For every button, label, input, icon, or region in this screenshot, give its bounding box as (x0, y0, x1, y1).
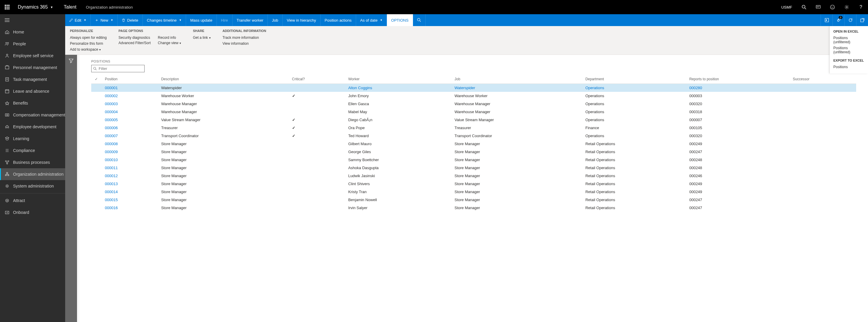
position-link[interactable]: 000009 (105, 150, 118, 154)
row-checkbox[interactable] (91, 140, 101, 148)
flyout-open-item[interactable]: Positions (unfiltered) (833, 45, 864, 55)
table-row[interactable]: 000015Store ManagerBenjamin NowellStore … (91, 196, 856, 204)
personalize-form-link[interactable]: Personalize this form (70, 41, 107, 45)
column-worker[interactable]: Worker (344, 75, 451, 84)
table-row[interactable]: 000011Store ManagerAshoka DasguptaStore … (91, 164, 856, 172)
table-row[interactable]: 000006Treasurer✓Ora PopeTreasurerFinance… (91, 124, 856, 132)
position-link[interactable]: 000014 (105, 190, 118, 194)
nav-item-sys[interactable]: System administration (0, 180, 65, 192)
position-link[interactable]: 000003 (105, 102, 118, 106)
always-open-link[interactable]: Always open for editing (70, 36, 107, 40)
table-row[interactable]: 000016Store ManagerIrvin SalyerStore Man… (91, 204, 856, 212)
column-critical[interactable]: Critical? (288, 75, 345, 84)
column-reports[interactable]: Reports to position (686, 75, 789, 84)
flyout-open-item[interactable]: Positions (unfiltered) (833, 35, 864, 45)
messages-icon[interactable] (811, 0, 825, 14)
position-link[interactable]: 000004 (105, 109, 118, 114)
nav-item-people[interactable]: People (0, 38, 65, 50)
row-checkbox[interactable] (91, 204, 101, 212)
edit-button[interactable]: Edit ▼ (65, 14, 91, 26)
help-icon[interactable]: ? (854, 0, 868, 14)
app-launcher-button[interactable] (0, 0, 14, 14)
refresh-button[interactable] (844, 14, 856, 26)
nav-item-pm[interactable]: Personnel management (0, 62, 65, 73)
table-row[interactable]: 000001WaterspiderAlton CogginsWaterspide… (91, 84, 856, 92)
nav-item-org[interactable]: Organization administration (0, 168, 65, 180)
mass-update-button[interactable]: Mass update (186, 14, 217, 26)
nav-item-dev[interactable]: Employee development (0, 121, 65, 133)
position-actions-button[interactable]: Position actions (320, 14, 356, 26)
position-link[interactable]: 000010 (105, 158, 118, 162)
position-link[interactable]: 000008 (105, 141, 118, 146)
nav-item-ess[interactable]: Employee self service (0, 50, 65, 62)
popout-button[interactable] (856, 14, 868, 26)
column-position[interactable]: Position (101, 75, 158, 84)
position-link[interactable]: 000001 (105, 86, 118, 90)
record-info-link[interactable]: Record info (158, 36, 181, 40)
nav-item-compl[interactable]: Compliance (0, 144, 65, 156)
nav-item-benefits[interactable]: Benefits (0, 97, 65, 109)
column-description[interactable]: Description (158, 75, 288, 84)
table-row[interactable]: 000012Store ManagerLudwik JasinskiStore … (91, 172, 856, 180)
flyout-export-item[interactable]: Positions (833, 64, 864, 70)
track-more-link[interactable]: Track more information (222, 36, 266, 40)
row-checkbox[interactable] (91, 148, 101, 156)
row-checkbox[interactable] (91, 100, 101, 108)
table-row[interactable]: 000010Store ManagerSammy BoettcherStore … (91, 156, 856, 164)
view-info-link[interactable]: View information (222, 41, 266, 45)
changes-timeline-button[interactable]: Changes timeline ▼ (143, 14, 186, 26)
position-link[interactable]: 000013 (105, 182, 118, 186)
change-view-link[interactable]: Change view▾ (158, 41, 181, 45)
security-diagnostics-link[interactable]: Security diagnostics (119, 36, 151, 40)
feedback-icon[interactable] (825, 0, 840, 14)
row-checkbox[interactable] (91, 116, 101, 124)
nav-item-onboard[interactable]: Onboard (0, 206, 65, 218)
brand-dropdown[interactable]: Dynamics 365 ▼ (14, 4, 57, 10)
new-button[interactable]: ＋ New ▼ (91, 14, 118, 26)
company-code[interactable]: USMF (776, 5, 797, 9)
as-of-date-button[interactable]: As of date ▼ (356, 14, 387, 26)
position-link[interactable]: 000002 (105, 94, 118, 98)
nav-toggle-button[interactable] (0, 14, 65, 26)
row-checkbox[interactable] (91, 132, 101, 140)
row-checkbox[interactable] (91, 84, 101, 92)
position-link[interactable]: 000005 (105, 118, 118, 122)
options-tab[interactable]: OPTIONS (387, 14, 413, 26)
settings-gear-icon[interactable] (840, 0, 854, 14)
hire-button[interactable]: Hire (217, 14, 232, 26)
column-department[interactable]: Department (582, 75, 686, 84)
row-checkbox[interactable] (91, 196, 101, 204)
advanced-filter-link[interactable]: Advanced Filter/Sort (119, 41, 151, 45)
column-job[interactable]: Job (451, 75, 582, 84)
position-link[interactable]: 000011 (105, 166, 118, 170)
table-row[interactable]: 000004Warehouse ManagerMabel MayWarehous… (91, 108, 856, 116)
table-row[interactable]: 000013Store ManagerClint ShiversStore Ma… (91, 180, 856, 188)
office-button[interactable] (820, 14, 832, 26)
row-checkbox[interactable] (91, 108, 101, 116)
position-link[interactable]: 000012 (105, 173, 118, 178)
table-row[interactable]: 000007Transport Coordinator✓Ted HowardTr… (91, 132, 856, 140)
position-link[interactable]: 000015 (105, 198, 118, 202)
filter-pane-toggle[interactable] (65, 55, 77, 322)
table-row[interactable]: 000005Value Stream Manager✓Diego CabÃ¡nV… (91, 116, 856, 124)
table-row[interactable]: 000014Store ManagerKristy TranStore Mana… (91, 188, 856, 196)
nav-item-home[interactable]: Home (0, 26, 65, 38)
nav-item-biz[interactable]: Business processes (0, 156, 65, 168)
row-checkbox[interactable] (91, 172, 101, 180)
row-checkbox[interactable] (91, 92, 101, 100)
nav-item-learn[interactable]: Learning (0, 133, 65, 144)
nav-item-leave[interactable]: Leave and absence (0, 85, 65, 97)
transfer-worker-button[interactable]: Transfer worker (232, 14, 268, 26)
row-checkbox[interactable] (91, 164, 101, 172)
position-link[interactable]: 000006 (105, 126, 118, 130)
row-checkbox[interactable] (91, 188, 101, 196)
table-row[interactable]: 000002Warehouse Worker✓John EmoryWarehou… (91, 92, 856, 100)
delete-button[interactable]: Delete (118, 14, 143, 26)
nav-item-comp[interactable]: Compensation management (0, 109, 65, 121)
table-row[interactable]: 000009Store ManagerGeorge GilesStore Man… (91, 148, 856, 156)
table-row[interactable]: 000008Store ManagerGilbert MauroStore Ma… (91, 140, 856, 148)
add-workspace-link[interactable]: Add to workspace▾ (70, 47, 107, 52)
position-link[interactable]: 000016 (105, 205, 118, 210)
row-checkbox[interactable] (91, 180, 101, 188)
row-checkbox[interactable] (91, 156, 101, 164)
